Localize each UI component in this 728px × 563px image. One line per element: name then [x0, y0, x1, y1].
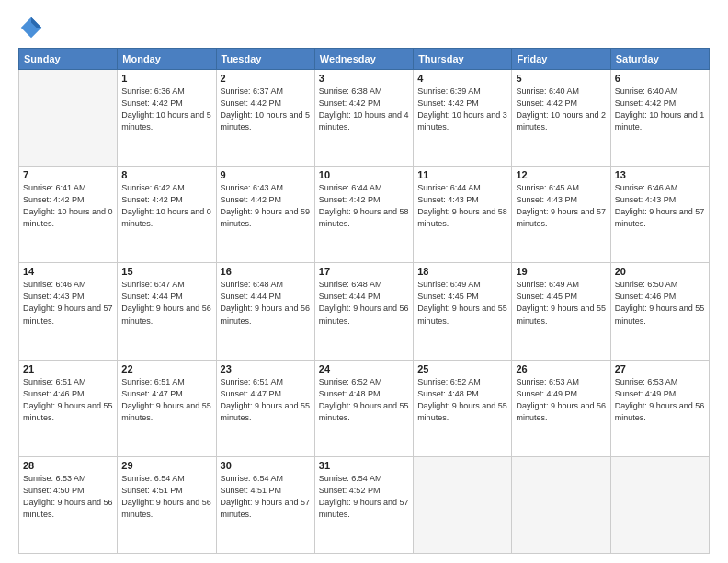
day-info: Sunrise: 6:54 AMSunset: 4:52 PMDaylight:…	[319, 473, 409, 521]
day-number: 6	[615, 73, 705, 84]
day-info: Sunrise: 6:52 AMSunset: 4:48 PMDaylight:…	[319, 376, 409, 424]
calendar-cell	[512, 456, 610, 553]
calendar-cell	[19, 70, 118, 167]
day-number: 18	[417, 266, 507, 277]
day-info: Sunrise: 6:51 AMSunset: 4:46 PMDaylight:…	[23, 376, 113, 424]
day-number: 22	[121, 363, 211, 374]
day-number: 17	[319, 266, 409, 277]
day-info: Sunrise: 6:49 AMSunset: 4:45 PMDaylight:…	[516, 279, 606, 327]
logo-icon	[18, 15, 44, 40]
calendar-cell: 17Sunrise: 6:48 AMSunset: 4:44 PMDayligh…	[314, 263, 413, 360]
day-info: Sunrise: 6:54 AMSunset: 4:51 PMDaylight:…	[221, 473, 311, 521]
day-number: 20	[615, 266, 705, 277]
calendar-header-row: SundayMondayTuesdayWednesdayThursdayFrid…	[19, 49, 710, 70]
day-info: Sunrise: 6:48 AMSunset: 4:44 PMDaylight:…	[319, 279, 409, 327]
day-info: Sunrise: 6:44 AMSunset: 4:42 PMDaylight:…	[319, 182, 409, 230]
day-info: Sunrise: 6:36 AMSunset: 4:42 PMDaylight:…	[121, 86, 211, 133]
day-number: 16	[221, 266, 311, 277]
day-info: Sunrise: 6:42 AMSunset: 4:42 PMDaylight:…	[121, 182, 211, 230]
day-info: Sunrise: 6:40 AMSunset: 4:42 PMDaylight:…	[516, 86, 606, 133]
calendar-cell: 1Sunrise: 6:36 AMSunset: 4:42 PMDaylight…	[118, 70, 216, 167]
calendar-cell: 20Sunrise: 6:50 AMSunset: 4:46 PMDayligh…	[610, 263, 709, 360]
calendar-cell	[610, 456, 709, 553]
day-number: 4	[417, 73, 507, 84]
day-number: 21	[23, 363, 113, 374]
day-info: Sunrise: 6:40 AMSunset: 4:42 PMDaylight:…	[615, 86, 705, 133]
calendar-table: SundayMondayTuesdayWednesdayThursdayFrid…	[18, 48, 710, 554]
calendar-cell: 19Sunrise: 6:49 AMSunset: 4:45 PMDayligh…	[512, 263, 610, 360]
day-info: Sunrise: 6:49 AMSunset: 4:45 PMDaylight:…	[417, 279, 507, 327]
calendar-cell: 10Sunrise: 6:44 AMSunset: 4:42 PMDayligh…	[314, 167, 413, 263]
day-number: 23	[221, 363, 311, 374]
day-info: Sunrise: 6:52 AMSunset: 4:48 PMDaylight:…	[417, 376, 507, 424]
calendar-cell: 14Sunrise: 6:46 AMSunset: 4:43 PMDayligh…	[19, 263, 118, 360]
day-info: Sunrise: 6:43 AMSunset: 4:42 PMDaylight:…	[221, 182, 311, 230]
day-number: 3	[319, 73, 409, 84]
day-info: Sunrise: 6:46 AMSunset: 4:43 PMDaylight:…	[23, 279, 113, 327]
day-number: 12	[516, 169, 606, 180]
calendar-cell: 21Sunrise: 6:51 AMSunset: 4:46 PMDayligh…	[19, 360, 118, 456]
day-number: 8	[121, 169, 211, 180]
calendar-cell: 7Sunrise: 6:41 AMSunset: 4:42 PMDaylight…	[19, 167, 118, 263]
calendar-cell: 26Sunrise: 6:53 AMSunset: 4:49 PMDayligh…	[512, 360, 610, 456]
day-header-thursday: Thursday	[414, 49, 512, 70]
page: SundayMondayTuesdayWednesdayThursdayFrid…	[0, 0, 728, 563]
day-number: 11	[417, 169, 507, 180]
day-info: Sunrise: 6:39 AMSunset: 4:42 PMDaylight:…	[417, 86, 507, 133]
calendar-cell: 15Sunrise: 6:47 AMSunset: 4:44 PMDayligh…	[118, 263, 216, 360]
day-number: 1	[121, 73, 211, 84]
calendar-cell: 31Sunrise: 6:54 AMSunset: 4:52 PMDayligh…	[314, 456, 413, 553]
day-info: Sunrise: 6:54 AMSunset: 4:51 PMDaylight:…	[121, 473, 211, 521]
day-info: Sunrise: 6:51 AMSunset: 4:47 PMDaylight:…	[221, 376, 311, 424]
day-header-tuesday: Tuesday	[216, 49, 314, 70]
calendar-cell: 6Sunrise: 6:40 AMSunset: 4:42 PMDaylight…	[610, 70, 709, 167]
day-number: 2	[221, 73, 311, 84]
day-info: Sunrise: 6:53 AMSunset: 4:49 PMDaylight:…	[615, 376, 705, 424]
day-number: 26	[516, 363, 606, 374]
day-info: Sunrise: 6:45 AMSunset: 4:43 PMDaylight:…	[516, 182, 606, 230]
day-number: 28	[23, 460, 113, 471]
day-header-wednesday: Wednesday	[314, 49, 413, 70]
calendar-cell: 24Sunrise: 6:52 AMSunset: 4:48 PMDayligh…	[314, 360, 413, 456]
calendar-cell: 25Sunrise: 6:52 AMSunset: 4:48 PMDayligh…	[414, 360, 512, 456]
calendar-cell: 28Sunrise: 6:53 AMSunset: 4:50 PMDayligh…	[19, 456, 118, 553]
day-header-monday: Monday	[118, 49, 216, 70]
calendar-cell: 11Sunrise: 6:44 AMSunset: 4:43 PMDayligh…	[414, 167, 512, 263]
day-number: 10	[319, 169, 409, 180]
day-number: 5	[516, 73, 606, 84]
calendar-cell: 12Sunrise: 6:45 AMSunset: 4:43 PMDayligh…	[512, 167, 610, 263]
day-header-friday: Friday	[512, 49, 610, 70]
calendar-cell	[414, 456, 512, 553]
day-number: 9	[221, 169, 311, 180]
day-number: 14	[23, 266, 113, 277]
day-info: Sunrise: 6:46 AMSunset: 4:43 PMDaylight:…	[615, 182, 705, 230]
calendar-cell: 5Sunrise: 6:40 AMSunset: 4:42 PMDaylight…	[512, 70, 610, 167]
day-header-saturday: Saturday	[610, 49, 709, 70]
day-info: Sunrise: 6:38 AMSunset: 4:42 PMDaylight:…	[319, 86, 409, 133]
calendar-cell: 13Sunrise: 6:46 AMSunset: 4:43 PMDayligh…	[610, 167, 709, 263]
calendar-cell: 23Sunrise: 6:51 AMSunset: 4:47 PMDayligh…	[216, 360, 314, 456]
day-info: Sunrise: 6:50 AMSunset: 4:46 PMDaylight:…	[615, 279, 705, 327]
calendar-cell: 22Sunrise: 6:51 AMSunset: 4:47 PMDayligh…	[118, 360, 216, 456]
day-number: 30	[221, 460, 311, 471]
calendar-week-2: 14Sunrise: 6:46 AMSunset: 4:43 PMDayligh…	[19, 263, 710, 360]
day-number: 24	[319, 363, 409, 374]
day-header-sunday: Sunday	[19, 49, 118, 70]
day-number: 27	[615, 363, 705, 374]
header	[18, 15, 710, 40]
day-info: Sunrise: 6:53 AMSunset: 4:50 PMDaylight:…	[23, 473, 113, 521]
day-info: Sunrise: 6:41 AMSunset: 4:42 PMDaylight:…	[23, 182, 113, 230]
day-number: 31	[319, 460, 409, 471]
calendar-cell: 9Sunrise: 6:43 AMSunset: 4:42 PMDaylight…	[216, 167, 314, 263]
calendar-cell: 18Sunrise: 6:49 AMSunset: 4:45 PMDayligh…	[414, 263, 512, 360]
day-number: 29	[121, 460, 211, 471]
day-number: 7	[23, 169, 113, 180]
calendar-week-0: 1Sunrise: 6:36 AMSunset: 4:42 PMDaylight…	[19, 70, 710, 167]
calendar-week-3: 21Sunrise: 6:51 AMSunset: 4:46 PMDayligh…	[19, 360, 710, 456]
day-info: Sunrise: 6:44 AMSunset: 4:43 PMDaylight:…	[417, 182, 507, 230]
day-number: 13	[615, 169, 705, 180]
calendar-cell: 29Sunrise: 6:54 AMSunset: 4:51 PMDayligh…	[118, 456, 216, 553]
logo	[18, 15, 48, 40]
calendar-cell: 2Sunrise: 6:37 AMSunset: 4:42 PMDaylight…	[216, 70, 314, 167]
calendar-cell: 4Sunrise: 6:39 AMSunset: 4:42 PMDaylight…	[414, 70, 512, 167]
